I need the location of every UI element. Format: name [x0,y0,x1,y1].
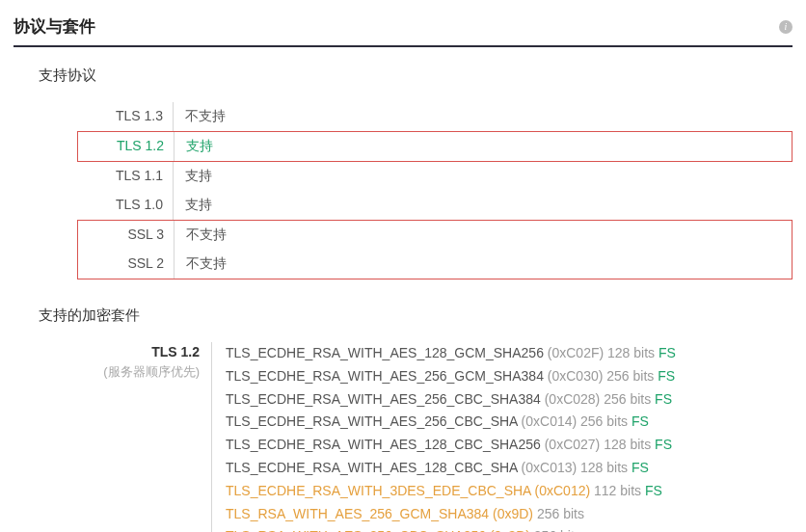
protocol-value: 不支持 [175,250,281,279]
protocol-row: SSL 3不支持 [77,220,793,250]
cipher-row: TLS_ECDHE_RSA_WITH_AES_256_CBC_SHA (0xC0… [226,411,793,434]
cipher-bits: 128 bits [604,345,655,360]
cipher-order-note: (服务器顺序优先) [39,363,200,381]
protocol-value: 支持 [174,162,280,191]
protocol-value: 支持 [175,132,281,161]
cipher-name: TLS_ECDHE_RSA_WITH_AES_256_GCM_SHA384 [226,368,544,384]
cipher-name: TLS_ECDHE_RSA_WITH_AES_128_GCM_SHA256 [226,345,544,360]
cipher-version: TLS 1.2 [39,342,200,359]
protocol-row: SSL 2不支持 [77,250,793,279]
cipher-bits: 256 bits [603,368,654,384]
protocol-label: SSL 2 [78,250,175,279]
cipher-code: (0xC027) [541,437,600,452]
cipher-row: TLS_ECDHE_RSA_WITH_AES_128_CBC_SHA (0xC0… [226,457,793,480]
protocol-row: TLS 1.2支持 [77,131,793,162]
cipher-bits: 256 bits [577,413,628,429]
cipher-row: TLS_RSA_WITH_AES_256_CBC_SHA256 (0x3D) 2… [226,525,793,532]
cipher-fs-badge: FS [651,437,672,452]
protocol-row: TLS 1.1支持 [77,162,793,191]
cipher-name: TLS_ECDHE_RSA_WITH_AES_256_CBC_SHA384 [226,391,541,407]
cipher-fs-badge: FS [628,460,649,475]
cipher-row: TLS_ECDHE_RSA_WITH_AES_128_GCM_SHA256 (0… [226,342,793,365]
protocols-heading: 支持协议 [39,66,793,85]
cipher-code: (0xC028) [541,391,600,407]
cipher-bits: 128 bits [577,460,628,475]
protocol-label: TLS 1.3 [77,102,174,131]
cipher-code: (0xC030) [544,368,603,384]
cipher-bits: 256 bits [530,528,581,532]
cipher-fs-badge: FS [641,483,662,498]
protocol-value: 不支持 [175,221,281,250]
cipher-fs-badge: FS [651,391,672,407]
cipher-code: (0xC012) [531,483,590,498]
cipher-code: (0x3D) [486,528,530,532]
section-header: 协议与套件 i [13,0,793,47]
protocol-value: 支持 [174,191,280,220]
cipher-name: TLS_RSA_WITH_AES_256_CBC_SHA256 [226,528,486,532]
protocol-label: TLS 1.0 [77,191,174,220]
cipher-name: TLS_ECDHE_RSA_WITH_AES_128_CBC_SHA256 [226,437,541,452]
protocol-label: TLS 1.1 [77,162,174,191]
cipher-bits: 112 bits [590,483,641,498]
cipher-wrap: TLS 1.2 (服务器顺序优先) TLS_ECDHE_RSA_WITH_AES… [39,342,793,532]
protocols-subsection: 支持协议 TLS 1.3不支持TLS 1.2支持TLS 1.1支持TLS 1.0… [39,66,793,279]
cipher-bits: 256 bits [533,506,584,521]
cipher-left-col: TLS 1.2 (服务器顺序优先) [39,342,212,532]
section-title: 协议与套件 [13,15,95,38]
cipher-code: (0xC02F) [544,345,604,360]
cipher-name: TLS_ECDHE_RSA_WITH_3DES_EDE_CBC_SHA [226,483,531,498]
cipher-fs-badge: FS [628,413,649,429]
protocol-row: TLS 1.0支持 [77,191,793,220]
cipher-fs-badge: FS [655,345,676,360]
cipher-code: (0xC014) [518,413,577,429]
protocol-label: SSL 3 [78,221,175,250]
cipher-code: (0x9D) [489,506,533,521]
cipher-row: TLS_RSA_WITH_AES_256_GCM_SHA384 (0x9D) 2… [226,503,793,526]
protocol-row: TLS 1.3不支持 [77,102,793,131]
cipher-name: TLS_ECDHE_RSA_WITH_AES_256_CBC_SHA [226,413,518,429]
protocol-value: 不支持 [174,102,280,131]
cipher-name: TLS_RSA_WITH_AES_256_GCM_SHA384 [226,506,489,521]
cipher-fs-badge: FS [654,368,675,384]
cipher-bits: 128 bits [600,437,651,452]
ciphers-subsection: 支持的加密套件 TLS 1.2 (服务器顺序优先) TLS_ECDHE_RSA_… [39,306,793,532]
cipher-code: (0xC013) [518,460,577,475]
cipher-bits: 256 bits [600,391,651,407]
info-icon[interactable]: i [779,20,793,34]
cipher-row: TLS_ECDHE_RSA_WITH_AES_256_GCM_SHA384 (0… [226,365,793,388]
cipher-list: TLS_ECDHE_RSA_WITH_AES_128_GCM_SHA256 (0… [212,342,793,532]
cipher-row: TLS_ECDHE_RSA_WITH_AES_256_CBC_SHA384 (0… [226,388,793,412]
cipher-name: TLS_ECDHE_RSA_WITH_AES_128_CBC_SHA [226,460,518,475]
ciphers-heading: 支持的加密套件 [39,306,793,325]
cipher-row: TLS_ECDHE_RSA_WITH_AES_128_CBC_SHA256 (0… [226,434,793,457]
cipher-row: TLS_ECDHE_RSA_WITH_3DES_EDE_CBC_SHA (0xC… [226,480,793,503]
protocol-label: TLS 1.2 [78,132,175,161]
protocols-table: TLS 1.3不支持TLS 1.2支持TLS 1.1支持TLS 1.0支持SSL… [77,102,793,279]
